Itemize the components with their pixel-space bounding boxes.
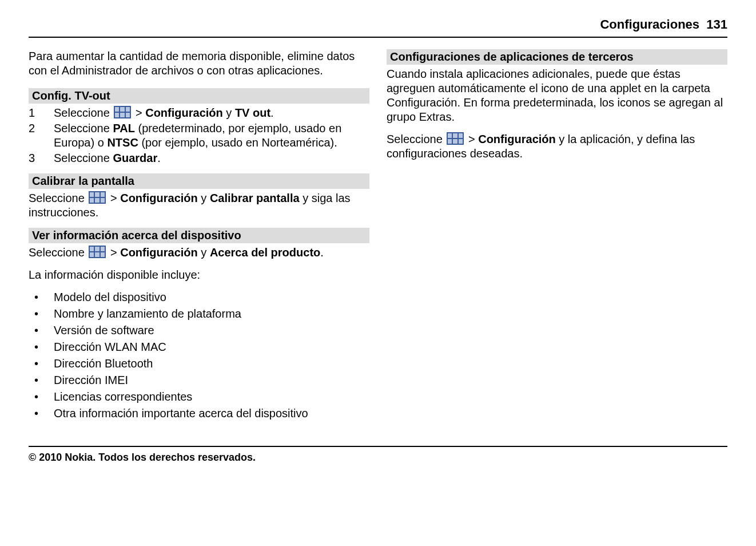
bullet-icon: • bbox=[29, 357, 54, 371]
svg-rect-11 bbox=[90, 198, 94, 203]
step-3: 3 Seleccione Guardar. bbox=[29, 151, 369, 165]
section-title-calibrar: Calibrar la pantalla bbox=[29, 173, 369, 189]
bullet-icon: • bbox=[29, 340, 54, 354]
svg-rect-24 bbox=[459, 133, 463, 138]
tvout-steps: 1 Seleccione > Configuración y TV out. 2… bbox=[29, 106, 369, 165]
verinfo-list: •Modelo del dispositivo •Nombre y lanzam… bbox=[29, 290, 369, 421]
svg-rect-20 bbox=[101, 252, 105, 257]
section-title-tvout: Config. TV-out bbox=[29, 88, 369, 104]
menu-grid-icon bbox=[114, 106, 131, 118]
list-item: •Dirección Bluetooth bbox=[29, 357, 369, 371]
list-item: •Licencias correspondientes bbox=[29, 390, 369, 404]
step-number: 1 bbox=[29, 106, 54, 120]
list-item: •Versión de software bbox=[29, 323, 369, 338]
intro-paragraph: Para aumentar la cantidad de memoria dis… bbox=[29, 49, 369, 78]
svg-rect-6 bbox=[126, 113, 130, 117]
section-title-terceros: Configuraciones de aplicaciones de terce… bbox=[387, 49, 727, 65]
bullet-icon: • bbox=[29, 373, 54, 387]
svg-rect-5 bbox=[120, 113, 125, 117]
section-title-verinfo: Ver información acerca del dispositivo bbox=[29, 228, 369, 243]
footer-copyright: © 2010 Nokia. Todos los derechos reserva… bbox=[29, 446, 727, 464]
step-number: 2 bbox=[29, 121, 54, 136]
svg-rect-13 bbox=[101, 198, 105, 203]
terceros-select: Seleccione > Configuración y la aplicaci… bbox=[387, 132, 727, 161]
list-item: •Modelo del dispositivo bbox=[29, 290, 369, 304]
svg-rect-15 bbox=[90, 247, 94, 251]
svg-rect-16 bbox=[95, 247, 100, 251]
step-body: Seleccione > Configuración y TV out. bbox=[54, 106, 369, 120]
menu-grid-icon bbox=[89, 246, 106, 258]
svg-rect-23 bbox=[453, 133, 457, 138]
menu-grid-icon bbox=[447, 132, 464, 145]
list-item: •Dirección WLAN MAC bbox=[29, 340, 369, 354]
svg-rect-4 bbox=[115, 113, 119, 117]
svg-rect-8 bbox=[90, 192, 94, 197]
svg-rect-3 bbox=[126, 107, 130, 112]
header-title: Configuraciones bbox=[600, 17, 699, 31]
list-item: •Otra información importante acerca del … bbox=[29, 406, 369, 421]
column-right: Configuraciones de aplicaciones de terce… bbox=[387, 49, 727, 429]
list-item: •Dirección IMEI bbox=[29, 373, 369, 387]
bullet-icon: • bbox=[29, 290, 54, 304]
list-item: •Nombre y lanzamiento de plataforma bbox=[29, 307, 369, 321]
verinfo-intro2: La información disponible incluye: bbox=[29, 268, 369, 282]
step-number: 3 bbox=[29, 151, 54, 165]
page-header: Configuraciones 131 bbox=[29, 17, 727, 38]
bullet-icon: • bbox=[29, 307, 54, 321]
step-body: Seleccione PAL (predeterminado, por ejem… bbox=[54, 121, 369, 150]
bullet-icon: • bbox=[29, 406, 54, 421]
page-number: 131 bbox=[706, 17, 727, 31]
step-2: 2 Seleccione PAL (predeterminado, por ej… bbox=[29, 121, 369, 150]
terceros-para: Cuando instala aplicaciones adicionales,… bbox=[387, 67, 727, 124]
svg-rect-19 bbox=[95, 252, 100, 257]
svg-rect-2 bbox=[120, 107, 125, 112]
svg-rect-27 bbox=[459, 139, 463, 144]
svg-rect-12 bbox=[95, 198, 100, 203]
menu-grid-icon bbox=[89, 191, 106, 204]
svg-rect-25 bbox=[448, 139, 452, 144]
bullet-icon: • bbox=[29, 390, 54, 404]
calibrar-para: Seleccione > Configuración y Calibrar pa… bbox=[29, 191, 369, 220]
columns: Para aumentar la cantidad de memoria dis… bbox=[29, 49, 727, 429]
step-body: Seleccione Guardar. bbox=[54, 151, 369, 165]
svg-rect-1 bbox=[115, 107, 119, 112]
svg-rect-9 bbox=[95, 192, 100, 197]
page: Configuraciones 131 Para aumentar la can… bbox=[0, 0, 756, 475]
svg-rect-26 bbox=[453, 139, 457, 144]
svg-rect-17 bbox=[101, 247, 105, 251]
column-left: Para aumentar la cantidad de memoria dis… bbox=[29, 49, 369, 429]
verinfo-para: Seleccione > Configuración y Acerca del … bbox=[29, 246, 369, 260]
svg-rect-10 bbox=[101, 192, 105, 197]
svg-rect-22 bbox=[448, 133, 452, 138]
step-1: 1 Seleccione > Configuración y TV out. bbox=[29, 106, 369, 120]
svg-rect-18 bbox=[90, 252, 94, 257]
bullet-icon: • bbox=[29, 323, 54, 338]
